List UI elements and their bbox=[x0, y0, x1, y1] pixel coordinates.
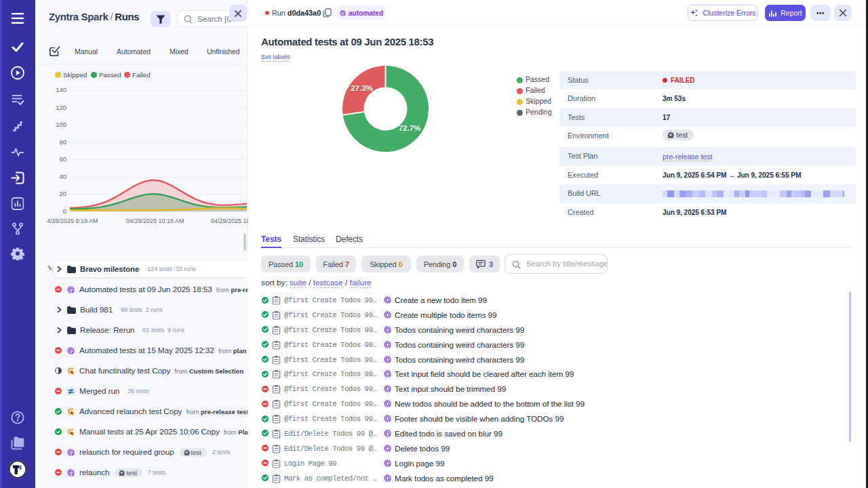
svg-text:72.7%: 72.7% bbox=[399, 124, 421, 132]
svg-text:27.3%: 27.3% bbox=[351, 84, 373, 92]
